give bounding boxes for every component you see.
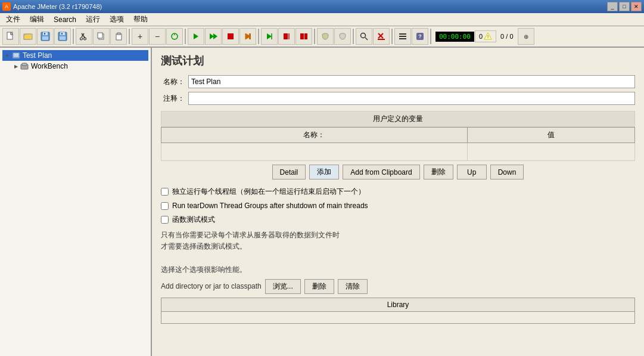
tree-sub: ▶ WorkBench: [12, 61, 148, 72]
clear-classpath-button[interactable]: 清除: [338, 279, 368, 294]
down-button[interactable]: Down: [490, 165, 524, 179]
tree-item-workbench[interactable]: ▶ WorkBench: [12, 61, 148, 72]
checkbox-row-2: 函数测试模式: [161, 215, 635, 225]
svg-rect-17: [117, 33, 120, 35]
browse-button[interactable]: 浏览...: [265, 279, 301, 294]
tree-item-workbench-label: WorkBench: [31, 62, 68, 70]
save-button[interactable]: [54, 28, 71, 45]
title-bar: A Apache JMeter (3.2 r1790748) _ □ ✕: [0, 0, 644, 13]
svg-rect-28: [300, 33, 304, 39]
svg-rect-43: [14, 54, 18, 55]
detail-button[interactable]: Detail: [272, 165, 306, 179]
window-controls[interactable]: _ □ ✕: [607, 2, 642, 11]
play-no-pause-button[interactable]: [205, 28, 222, 45]
toolbar-separator-4: [258, 29, 259, 44]
app-icon: A: [2, 2, 11, 11]
workbench-icon: [20, 62, 29, 70]
expand-button[interactable]: ⊕: [518, 28, 534, 45]
svg-line-33: [365, 38, 368, 40]
svg-rect-29: [304, 33, 307, 39]
remove-node-button[interactable]: −: [149, 28, 166, 45]
comment-row: 注释：: [161, 92, 635, 105]
toolbar-separator-5: [314, 29, 315, 44]
copy-button[interactable]: [93, 28, 110, 45]
search-button[interactable]: [356, 28, 372, 45]
testplan-icon: [12, 51, 20, 60]
svg-rect-8: [60, 36, 66, 40]
toolbar-separator-2: [129, 29, 130, 44]
functional-mode-checkbox[interactable]: [161, 216, 169, 224]
stop-button[interactable]: [222, 28, 239, 45]
svg-rect-36: [399, 36, 406, 37]
toolbar-separator-3: [185, 29, 186, 44]
workbench-expand-icon: ▶: [14, 64, 18, 69]
shutdown-button[interactable]: [239, 28, 256, 45]
panel-title: 测试计划: [161, 54, 635, 68]
cut-button[interactable]: [76, 28, 92, 45]
empty-name-cell: [161, 143, 468, 161]
menu-file[interactable]: 文件: [1, 13, 25, 26]
library-table: Library: [161, 298, 635, 324]
user-vars-title: 用户定义的变量: [161, 111, 635, 127]
svg-point-13: [84, 38, 86, 40]
toggle-button[interactable]: [166, 28, 183, 45]
content-panel: 测试计划 名称： 注释： 用户定义的变量 名称： 值: [152, 48, 644, 356]
list-button[interactable]: [394, 28, 411, 45]
clear-button[interactable]: [373, 28, 390, 45]
stop-all-remote-button[interactable]: [295, 28, 312, 45]
add-clipboard-button[interactable]: Add from Clipboard: [343, 165, 419, 179]
menu-options[interactable]: 选项: [105, 13, 129, 26]
menu-help[interactable]: 帮助: [129, 13, 153, 26]
jar-button[interactable]: [317, 28, 334, 45]
error-count: 0 !: [475, 30, 496, 42]
menu-bar: 文件 编辑 Search 运行 选项 帮助: [0, 13, 644, 26]
up-button[interactable]: Up: [457, 165, 487, 179]
description-text: 只有当你需要记录每个请求从服务器取得的数据到文件时 才需要选择函数测试模式。 选…: [161, 230, 635, 275]
delete-classpath-button[interactable]: 删除: [304, 279, 334, 294]
menu-search[interactable]: Search: [49, 14, 81, 25]
expand-icon: ▼: [5, 53, 10, 58]
desc-line-0: 只有当你需要记录每个请求从服务器取得的数据到文件时: [161, 231, 340, 239]
maximize-button[interactable]: □: [619, 2, 630, 11]
open-button[interactable]: [20, 28, 36, 45]
library-header: Library: [161, 298, 635, 311]
jar2-button[interactable]: [334, 28, 351, 45]
svg-rect-21: [228, 33, 234, 39]
close-button[interactable]: ✕: [631, 2, 642, 11]
play-button[interactable]: [188, 28, 204, 45]
menu-edit[interactable]: 编辑: [25, 13, 49, 26]
timer-display: 00:00:00: [435, 32, 474, 42]
toolbar: + − ? 00:00:00: [0, 26, 644, 48]
teardown-checkbox[interactable]: [161, 202, 169, 210]
minimize-button[interactable]: _: [607, 2, 618, 11]
new-button[interactable]: [2, 28, 19, 45]
help-button[interactable]: ?: [412, 28, 428, 45]
play-remote-button[interactable]: [261, 28, 278, 45]
svg-rect-4: [42, 36, 48, 40]
comment-label: 注释：: [161, 94, 185, 104]
comment-input[interactable]: [188, 92, 635, 105]
add-child-button[interactable]: +: [132, 28, 148, 45]
tree-item-testplan[interactable]: ▼ Test Plan: [2, 50, 148, 61]
svg-rect-37: [399, 38, 406, 39]
tree-panel: ▼ Test Plan ▶ WorkBench: [0, 48, 152, 356]
delete-var-button[interactable]: 删除: [424, 165, 453, 179]
desc-line-3: 选择这个选项很影响性能。: [161, 265, 247, 274]
toolbar-separator-6: [353, 29, 354, 44]
stop-remote-button[interactable]: [278, 28, 295, 45]
library-empty-cell: [161, 311, 635, 323]
independent-groups-checkbox[interactable]: [161, 188, 169, 196]
table-row-empty: [161, 143, 635, 161]
save-all-button[interactable]: [37, 28, 54, 45]
independent-groups-label: 独立运行每个线程组（例如在一个组运行结束后启动下一个）: [172, 187, 365, 197]
menu-run[interactable]: 运行: [81, 13, 105, 26]
checkbox-row-1: Run tearDown Thread Groups after shutdow…: [161, 202, 635, 210]
svg-marker-20: [213, 33, 217, 39]
vars-table: 名称： 值: [161, 127, 635, 161]
add-button[interactable]: 添加: [309, 165, 339, 179]
tree-item-testplan-label: Test Plan: [23, 51, 52, 60]
teardown-label: Run tearDown Thread Groups after shutdow…: [172, 202, 368, 210]
paste-button[interactable]: [110, 28, 127, 45]
name-input[interactable]: [188, 75, 635, 88]
svg-point-32: [361, 33, 366, 38]
